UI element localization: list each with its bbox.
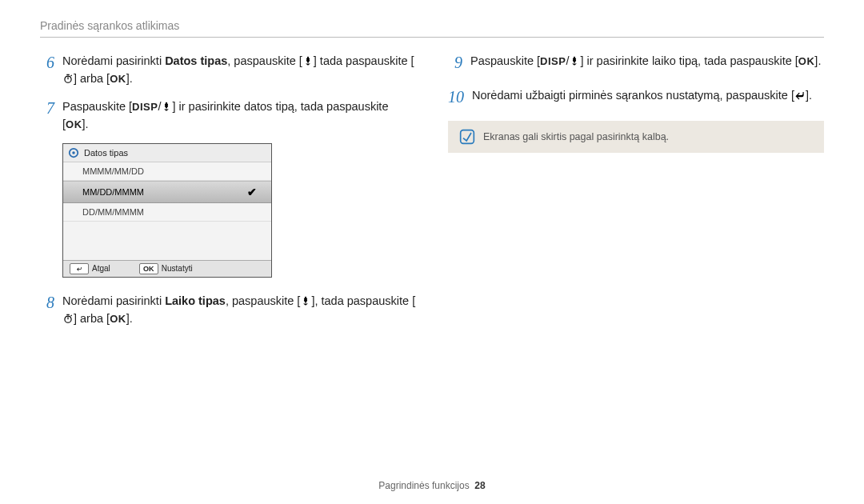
menu-title: Datos tipas — [84, 148, 128, 158]
step-number: 6 — [40, 50, 54, 75]
menu-item-label: MM/DD/MMMM — [82, 187, 144, 197]
return-icon — [794, 90, 806, 101]
text-bold: Laiko tipas — [165, 294, 226, 307]
svg-rect-4 — [461, 130, 474, 144]
text: ]. — [126, 72, 133, 85]
back-key-icon — [70, 263, 89, 274]
text: ] tada paspauskite [ — [314, 54, 414, 67]
text-bold: Datos tipas — [165, 54, 227, 67]
flower-down-icon — [569, 55, 580, 66]
text: Paspauskite [ — [62, 100, 132, 113]
ok-key: OK — [139, 263, 158, 274]
step-8: 8 Norėdami pasirinkti Laiko tipas, paspa… — [40, 292, 416, 328]
step-6: 6 Norėdami pasirinkti Datos tipas, paspa… — [40, 52, 416, 88]
note-text: Ekranas gali skirtis pagal pasirinktą ka… — [483, 131, 669, 142]
step-number: 10 — [448, 85, 464, 110]
menu-titlebar: Datos tipas — [63, 144, 271, 162]
step-body: Norėdami pasirinkti Laiko tipas, paspaus… — [62, 292, 416, 328]
text: ]. — [82, 118, 89, 130]
step-body: Norėdami užbaigti pirminės sąrankos nust… — [472, 86, 824, 104]
timer-icon — [62, 73, 74, 84]
text: Norėdami pasirinkti — [62, 294, 165, 307]
text: ]. — [126, 312, 133, 325]
text: Norėdami pasirinkti — [62, 54, 165, 67]
ok-key-label: OK — [66, 118, 82, 130]
left-column: 6 Norėdami pasirinkti Datos tipas, paspa… — [40, 52, 416, 338]
ok-key-label: OK — [798, 55, 815, 67]
page-footer: Pagrindinės funkcijos 28 — [0, 480, 864, 491]
timer-icon — [62, 313, 74, 324]
step-body: Paspauskite [DISP/] ir pasirinkite laiko… — [470, 52, 824, 70]
flower-down-icon — [300, 295, 311, 306]
text: ], tada paspauskite [ — [311, 294, 415, 307]
step-10: 10 Norėdami užbaigti pirminės sąrankos n… — [448, 86, 824, 111]
menu-item-selected[interactable]: MM/DD/MMMM ✔ — [63, 181, 271, 203]
ok-key-label: OK — [110, 313, 126, 325]
svg-point-2 — [72, 151, 75, 154]
footer-set-label: Nustatyti — [162, 264, 193, 273]
text: ] arba [ — [74, 72, 110, 85]
footer-page: 28 — [474, 480, 485, 491]
disp-key-label: DISP — [540, 55, 566, 67]
footer-set[interactable]: OK Nustatyti — [133, 261, 199, 277]
text: , paspauskite [ — [226, 294, 301, 307]
step-body: Paspauskite [DISP/] ir pasirinkite datos… — [62, 98, 416, 134]
dial-icon — [68, 147, 79, 158]
flower-down-icon — [302, 55, 314, 66]
menu-item[interactable]: DD/MM/MMMM — [63, 203, 271, 222]
right-column: 9 Paspauskite [DISP/] ir pasirinkite lai… — [448, 52, 824, 338]
footer-section: Pagrindinės funkcijos — [378, 480, 469, 491]
camera-menu-screenshot: Datos tipas MMMM/MM/DD MM/DD/MMMM ✔ DD/M… — [62, 143, 272, 278]
text: Paspauskite [ — [470, 54, 540, 67]
menu-empty-area — [63, 222, 271, 260]
text: , paspauskite [ — [227, 54, 302, 67]
header-rule — [40, 37, 824, 38]
menu-list: MMMM/MM/DD MM/DD/MMMM ✔ DD/MM/MMMM — [63, 162, 271, 260]
menu-item[interactable]: MMMM/MM/DD — [63, 162, 271, 181]
disp-key-label: DISP — [132, 101, 158, 113]
text: Norėdami užbaigti pirminės sąrankos nust… — [472, 89, 794, 102]
step-9: 9 Paspauskite [DISP/] ir pasirinkite lai… — [448, 52, 824, 77]
step-body: Norėdami pasirinkti Datos tipas, paspaus… — [62, 52, 416, 88]
text: ]. — [814, 54, 821, 67]
step-number: 8 — [40, 290, 54, 315]
ok-key-label: OK — [110, 73, 126, 85]
note-box: Ekranas gali skirtis pagal pasirinktą ka… — [448, 121, 824, 153]
step-number: 9 — [448, 50, 462, 75]
footer-back[interactable]: Atgal — [63, 261, 117, 277]
note-icon — [459, 129, 475, 145]
text: ] arba [ — [74, 312, 110, 325]
menu-footer: Atgal OK Nustatyti — [63, 260, 271, 277]
text: ] ir pasirinkite laiko tipą, tada paspau… — [580, 54, 798, 67]
page-header: Pradinės sąrankos atlikimas — [40, 19, 824, 32]
step-number: 7 — [40, 96, 54, 121]
text: ]. — [806, 89, 812, 102]
footer-back-label: Atgal — [92, 264, 110, 273]
step-7: 7 Paspauskite [DISP/] ir pasirinkite dat… — [40, 98, 416, 134]
flower-down-icon — [161, 101, 172, 112]
check-icon: ✔ — [247, 186, 265, 198]
